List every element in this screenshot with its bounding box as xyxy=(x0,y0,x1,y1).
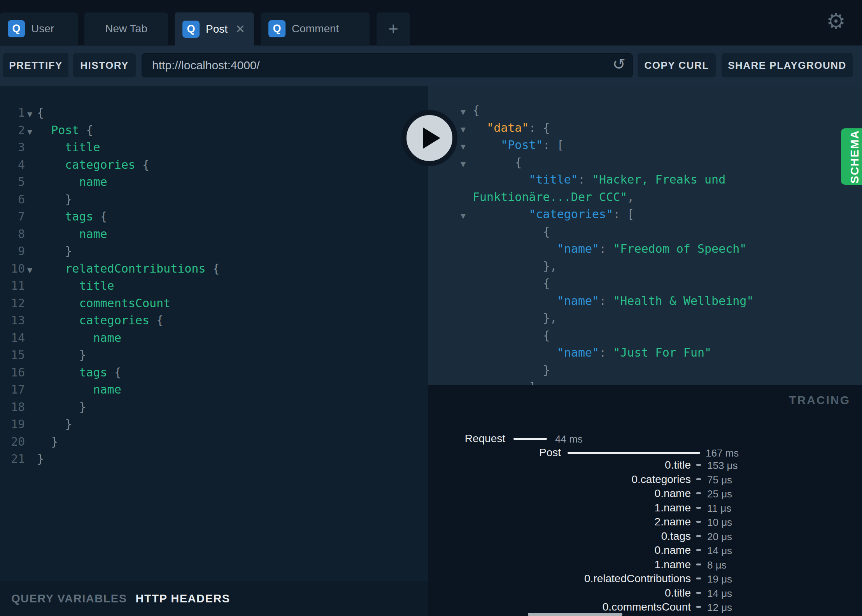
code-token: { xyxy=(543,225,550,238)
code-token: { xyxy=(543,329,550,342)
fold-arrow-icon[interactable]: ▼ xyxy=(27,266,32,274)
code-line: ▼ "data": { xyxy=(428,119,862,137)
fold-gutter xyxy=(25,381,37,399)
execute-query-button[interactable] xyxy=(401,110,457,166)
code-token: } xyxy=(37,452,44,466)
tab-new-tab[interactable]: New Tab xyxy=(84,12,168,45)
fold-arrow-icon[interactable]: ▼ xyxy=(461,143,466,150)
line-number: 12 xyxy=(0,295,25,312)
code-line: { xyxy=(428,223,862,241)
schema-side-tab[interactable]: SCHEMA xyxy=(841,128,862,185)
line-number: 17 xyxy=(0,381,25,399)
code-token: { xyxy=(93,210,107,223)
tracing-field-row: 0.title153 μs xyxy=(428,459,862,473)
line-number: 14 xyxy=(0,329,25,347)
prettify-button[interactable]: PRETTIFY xyxy=(3,53,68,77)
code-line: "name": "Health & Wellbeing" xyxy=(428,292,862,310)
code-token: categories xyxy=(65,158,135,172)
tab-query-variables[interactable]: QUERY VARIABLES xyxy=(11,592,127,605)
tab-user[interactable]: QUser xyxy=(0,12,78,45)
history-button[interactable]: HISTORY xyxy=(73,53,136,77)
code-token: { xyxy=(149,313,163,327)
code-token: { xyxy=(515,156,522,169)
line-number: 8 xyxy=(0,226,25,243)
code-token: : { xyxy=(529,121,550,135)
fold-gutter xyxy=(428,275,473,292)
response-pane: ▼{▼ "data": {▼ "Post": [▼ { "title": "Ha… xyxy=(428,86,862,385)
code-token: tags xyxy=(79,366,107,379)
line-number: 9 xyxy=(0,243,25,260)
query-editor-pane[interactable]: 1▼{2▼ Post {3 title4 categories {5 name6… xyxy=(0,86,428,581)
fold-gutter xyxy=(25,156,37,174)
code-token: "Post" xyxy=(501,138,543,152)
fold-gutter xyxy=(428,171,473,189)
tab-http-headers[interactable]: HTTP HEADERS xyxy=(136,592,230,605)
fold-arrow-icon[interactable]: ▼ xyxy=(461,160,466,168)
fold-gutter xyxy=(25,277,37,295)
fold-arrow-icon[interactable]: ▼ xyxy=(461,212,466,220)
code-token: : xyxy=(599,242,613,256)
fold-gutter xyxy=(428,240,473,258)
code-token: "name" xyxy=(557,346,599,359)
tracing-field-label: 0.tags xyxy=(661,530,691,542)
code-line: "name": "Just For Fun" xyxy=(428,344,862,362)
fold-gutter xyxy=(25,399,37,416)
fold-arrow-icon[interactable]: ▼ xyxy=(25,122,37,139)
tracing-duration-bar xyxy=(568,452,700,454)
line-number: 6 xyxy=(0,191,25,208)
code-token: { xyxy=(205,262,219,275)
fold-gutter xyxy=(25,312,37,329)
tracing-field-bar xyxy=(696,606,701,608)
fold-arrow-icon[interactable]: ▼ xyxy=(25,104,37,122)
code-token: } xyxy=(65,417,72,431)
fold-arrow-icon[interactable]: ▼ xyxy=(461,126,466,133)
code-token: : xyxy=(599,294,613,308)
code-token: name xyxy=(79,227,107,241)
line-number: 15 xyxy=(0,346,25,364)
fold-gutter xyxy=(428,258,473,275)
code-line: 9 } xyxy=(0,243,428,260)
tracing-field-duration: 12 μs xyxy=(707,602,732,614)
fold-gutter xyxy=(428,362,473,379)
tracing-field-bar xyxy=(696,464,701,466)
tab-comment[interactable]: QComment xyxy=(261,12,370,45)
code-token: : xyxy=(578,173,592,186)
tab-post[interactable]: QPost✕ xyxy=(175,12,254,46)
tracing-field-row: 0.relatedContributions19 μs xyxy=(428,572,862,586)
response-code: ▼{▼ "data": {▼ "Post": [▼ { "title": "Ha… xyxy=(428,86,862,385)
fold-gutter xyxy=(428,189,473,206)
share-playground-button[interactable]: SHARE PLAYGROUND xyxy=(722,53,853,77)
code-token: } xyxy=(51,435,58,448)
code-line: ▼ { xyxy=(428,154,862,172)
new-tab-plus-button[interactable]: + xyxy=(377,12,410,45)
endpoint-url-input[interactable]: http://localhost:4000/ ↺ xyxy=(142,53,633,77)
fold-arrow-icon[interactable]: ▼ xyxy=(25,260,37,278)
code-line: ▼ "Post": [ xyxy=(428,136,862,154)
tracing-field-label: 0.relatedContributions xyxy=(584,572,691,585)
code-token: title xyxy=(65,140,100,154)
code-token: "Health & Wellbeing" xyxy=(613,294,753,308)
reload-schema-icon[interactable]: ↺ xyxy=(612,55,625,73)
fold-arrow-icon[interactable]: ▼ xyxy=(27,128,32,136)
close-tab-icon[interactable]: ✕ xyxy=(235,23,245,35)
code-line: 14 name xyxy=(0,329,428,347)
tracing-field-row: 0.commentsCount12 μs xyxy=(428,601,862,615)
query-code[interactable]: 1▼{2▼ Post {3 title4 categories {5 name6… xyxy=(0,86,428,468)
fold-arrow-icon[interactable]: ▼ xyxy=(461,108,466,116)
code-token: : xyxy=(599,346,613,359)
tracing-field-bar xyxy=(696,578,701,579)
line-number: 10 xyxy=(0,260,25,278)
code-line: ▼ "categories": [ xyxy=(428,206,862,223)
settings-gear-icon[interactable]: ⚙ xyxy=(826,9,846,34)
code-token: "Freedom of Speech" xyxy=(613,242,746,256)
query-type-badge: Q xyxy=(268,20,286,37)
code-line: "name": "Freedom of Speech" xyxy=(428,240,862,258)
tracing-span-row: Request44 ms xyxy=(428,432,862,446)
tracing-field-row: 1.name8 μs xyxy=(428,558,862,572)
line-number: 1 xyxy=(0,104,25,122)
code-line: } xyxy=(428,362,862,379)
fold-arrow-icon[interactable]: ▼ xyxy=(428,206,473,223)
fold-arrow-icon[interactable]: ▼ xyxy=(27,110,32,118)
tracing-field-row: 2.name10 μs xyxy=(428,516,862,530)
copy-curl-button[interactable]: COPY CURL xyxy=(638,53,716,77)
